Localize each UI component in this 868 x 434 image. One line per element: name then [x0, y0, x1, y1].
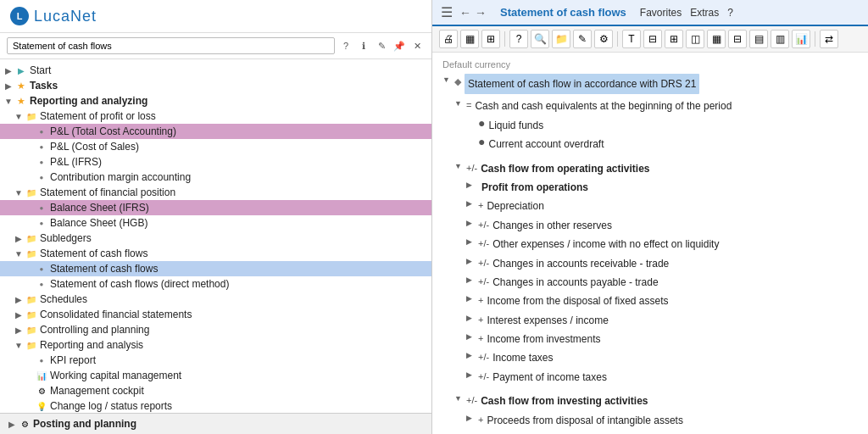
settings-button[interactable]: ⚙ — [594, 30, 613, 48]
cf-investing-arrow: ▼ — [454, 392, 465, 405]
logo-text: LucaNet — [34, 8, 97, 25]
cf-operating[interactable]: ▼ +/- Cash flow from operating activitie… — [442, 159, 858, 178]
cf-ii-label: Income from investments — [487, 331, 600, 348]
reporting-analysis-folder[interactable]: Reporting and analysis — [0, 337, 431, 353]
pl-cost-item[interactable]: P&L (Cost of Sales) — [0, 139, 431, 154]
layout-button[interactable]: ▦ — [460, 30, 479, 48]
cf-liquid-dot: ● — [478, 117, 485, 129]
cf-income-investments[interactable]: ▶ + Income from investments — [442, 330, 858, 348]
cf-proceeds-intangible[interactable]: ▶ + Proceeds from disposal of intangible… — [442, 411, 858, 430]
tb-t4[interactable]: ◫ — [686, 30, 704, 48]
extras-menu[interactable]: Extras — [690, 7, 719, 19]
cf-int-prefix: + — [478, 312, 483, 328]
cf-profit-ops[interactable]: ▶ Profit from operations — [442, 178, 858, 197]
cashflow-folder[interactable]: Statement of cash flows — [0, 246, 431, 261]
cashflow-direct-item[interactable]: Statement of cash flows (direct method) — [0, 276, 431, 292]
tb-t5[interactable]: ▦ — [707, 30, 726, 48]
schedules-item[interactable]: Schedules — [0, 292, 431, 307]
tb-t7[interactable]: ▤ — [749, 30, 768, 48]
kpi-item[interactable]: KPI report — [0, 353, 431, 368]
cf-overdraft[interactable]: ● Current account overdraft — [442, 135, 858, 153]
tb-t2[interactable]: ⊟ — [643, 30, 662, 48]
contribution-item[interactable]: Contribution margin accounting — [0, 170, 431, 185]
tb-t8[interactable]: ▥ — [771, 30, 789, 48]
toolbar-sep-3 — [815, 31, 815, 47]
help-menu[interactable]: ? — [727, 7, 733, 19]
cf-cash-equiv[interactable]: ▼ = Cash and cash equivalents at the beg… — [442, 97, 858, 115]
tasks-arrow — [3, 81, 14, 91]
tb-t3[interactable]: ⊞ — [665, 30, 683, 48]
cf-operating-prefix: +/- — [466, 160, 477, 176]
reporting-item[interactable]: Reporting and analyzing — [0, 93, 431, 108]
tb-t1[interactable]: T — [622, 30, 641, 48]
cf-accounts-receivable[interactable]: ▶ +/- Changes in accounts receivable - t… — [442, 254, 858, 273]
cf-or-arrow: ▶ — [466, 217, 476, 230]
cf-other-expenses[interactable]: ▶ +/- Other expenses / income with no ef… — [442, 235, 858, 253]
info-icon[interactable]: ℹ — [356, 38, 371, 53]
cf-depreciation[interactable]: ▶ + Depreciation — [442, 197, 858, 215]
consolidated-arrow — [14, 310, 24, 320]
help-button[interactable]: ? — [509, 30, 528, 48]
cf-income-taxes[interactable]: ▶ +/- Income taxes — [442, 348, 858, 367]
cf-ii-arrow: ▶ — [466, 331, 476, 343]
change-log-item[interactable]: Change log / status reports — [0, 398, 431, 413]
back-button[interactable]: ← — [459, 6, 471, 19]
controlling-item[interactable]: Controlling and planning — [0, 322, 431, 337]
help-icon[interactable]: ? — [338, 38, 353, 53]
cashflow-tree: ▼ ◆ Statement of cash flow in accordance… — [442, 73, 858, 434]
consolidated-item[interactable]: Consolidated financial statements — [0, 307, 431, 322]
reporting-arrow — [3, 97, 14, 106]
cf-int-label: Interest expenses / income — [487, 312, 608, 329]
tasks-label: Tasks — [30, 80, 58, 92]
cf-ap-label: Changes in accounts payable - trade — [492, 274, 658, 291]
search-button[interactable]: 🔍 — [531, 30, 549, 48]
posting-item[interactable]: Posting and planning — [0, 414, 431, 434]
cf-investing[interactable]: ▼ +/- Cash flow from investing activitie… — [442, 392, 858, 410]
mgmt-cockpit-item[interactable]: Management cockpit — [0, 383, 431, 398]
print-button[interactable]: 🖨 — [439, 30, 458, 48]
cf-accounts-payable[interactable]: ▶ +/- Changes in accounts payable - trad… — [442, 273, 858, 292]
edit-button[interactable]: ✎ — [573, 30, 592, 48]
start-item[interactable]: Start — [0, 63, 431, 78]
table-button[interactable]: ⊞ — [481, 30, 500, 48]
cf-interest[interactable]: ▶ + Interest expenses / income — [442, 311, 858, 330]
pl-total-item[interactable]: P&L (Total Cost Accounting) — [0, 124, 431, 139]
cf-pi-arrow: ▶ — [466, 412, 476, 425]
working-capital-item[interactable]: Working capital management — [0, 368, 431, 383]
cf-liquid[interactable]: ● Liquid funds — [442, 116, 858, 135]
cf-other-reserves[interactable]: ▶ +/- Changes in other reserves — [442, 216, 858, 235]
cashflow-selected-item[interactable]: Statement of cash flows — [0, 261, 431, 276]
pin-icon[interactable]: 📌 — [392, 38, 407, 53]
pl-ifrs-item[interactable]: P&L (IFRS) — [0, 154, 431, 170]
folder-button[interactable]: 📁 — [552, 30, 570, 48]
cf-payment-taxes[interactable]: ▶ +/- Payment of income taxes — [442, 368, 858, 387]
top-menu: Favorites Extras ? — [640, 7, 733, 19]
forward-button[interactable]: → — [475, 6, 487, 19]
balance-hgb-item[interactable]: Balance Sheet (HGB) — [0, 215, 431, 231]
page-title: Statement of cash flows — [500, 6, 626, 19]
cf-acquisitions-intangible[interactable]: ▶ − Acquisitions of intangible assets — [442, 430, 858, 434]
balance-ifrs-item[interactable]: Balance Sheet (IFRS) — [0, 200, 431, 215]
tasks-item[interactable]: Tasks — [0, 78, 431, 93]
balance-hgb-icon — [36, 217, 47, 229]
cf-cash-arrow: ▼ — [454, 97, 465, 110]
subledgers-icon — [25, 232, 37, 244]
cashflow-folder-icon — [25, 248, 37, 259]
profit-loss-folder[interactable]: Statement of profit or loss — [0, 108, 431, 124]
search-input[interactable] — [7, 37, 335, 54]
tb-t6[interactable]: ⊟ — [728, 30, 747, 48]
cf-root[interactable]: ▼ ◆ Statement of cash flow in accordance… — [442, 73, 858, 97]
reporting-label: Reporting and analyzing — [30, 95, 147, 107]
subledgers-item[interactable]: Subledgers — [0, 231, 431, 246]
cl-icon — [36, 400, 47, 412]
tb-share[interactable]: ⇄ — [820, 30, 838, 48]
tb-t9[interactable]: 📊 — [792, 30, 810, 48]
hamburger-icon[interactable]: ☰ — [441, 4, 453, 20]
fin-pos-folder[interactable]: Statement of financial position — [0, 185, 431, 200]
edit-icon[interactable]: ✎ — [374, 38, 389, 53]
cf-income-disposal[interactable]: ▶ + Income from the disposal of fixed as… — [442, 292, 858, 310]
controlling-label: Controlling and planning — [40, 324, 149, 336]
pl-cost-label: P&L (Cost of Sales) — [50, 141, 139, 153]
favorites-menu[interactable]: Favorites — [640, 7, 682, 19]
close-icon[interactable]: ✕ — [409, 38, 425, 53]
